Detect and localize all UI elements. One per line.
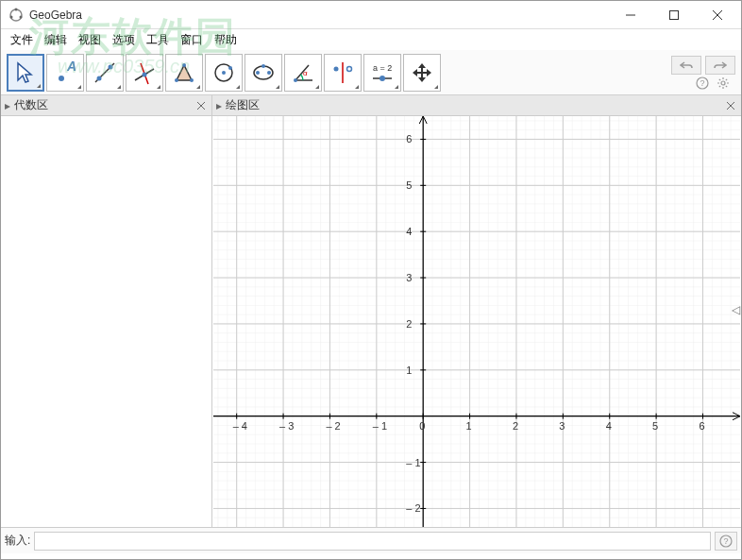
tool-move-view[interactable] (403, 54, 441, 92)
tool-ellipse[interactable] (245, 54, 282, 92)
tool-polygon[interactable] (165, 54, 203, 92)
menu-file[interactable]: 文件 (5, 30, 39, 50)
minimize-button[interactable] (609, 1, 652, 29)
menu-options[interactable]: 选项 (107, 30, 141, 50)
coordinate-plane[interactable]: – 4– 3– 2– 10123456– 2– 1123456 (212, 116, 741, 527)
svg-text:6: 6 (406, 133, 412, 144)
svg-text:α: α (303, 69, 308, 77)
command-input[interactable] (34, 532, 711, 551)
svg-text:– 1: – 1 (406, 457, 420, 468)
svg-point-11 (97, 76, 102, 80)
maximize-button[interactable] (652, 1, 696, 29)
algebra-panel: ▸ 代数区 (1, 95, 212, 527)
window-buttons (609, 1, 739, 29)
triangle-right-icon: ▸ (5, 99, 10, 112)
menu-tools[interactable]: 工具 (141, 30, 175, 50)
svg-point-23 (256, 71, 260, 75)
svg-text:– 1: – 1 (373, 420, 387, 432)
input-label: 输入: (5, 533, 30, 549)
svg-point-25 (261, 64, 265, 68)
svg-text:3: 3 (406, 272, 412, 283)
svg-text:4: 4 (406, 226, 412, 237)
svg-text:3: 3 (559, 420, 565, 432)
tool-perpendicular[interactable] (126, 54, 163, 92)
side-expand-handle[interactable]: ◁ (732, 303, 741, 320)
svg-text:5: 5 (406, 179, 412, 191)
graph-close-icon[interactable] (724, 99, 737, 112)
svg-point-17 (190, 78, 194, 82)
svg-point-38 (721, 81, 725, 85)
toolbar-right: ? (671, 56, 735, 90)
menu-view[interactable]: 视图 (73, 30, 107, 50)
tool-line[interactable] (86, 54, 124, 92)
gear-icon[interactable] (717, 76, 730, 90)
svg-point-16 (175, 78, 178, 82)
svg-text:2: 2 (406, 318, 412, 330)
graph-body[interactable]: – 4– 3– 2– 10123456– 2– 1123456 (212, 116, 741, 527)
graph-header[interactable]: ▸ 绘图区 (212, 95, 741, 116)
inputbar: 输入: ? (1, 527, 741, 553)
svg-point-2 (20, 15, 23, 18)
toolbar: A α a = 2 ? (1, 50, 741, 95)
svg-point-31 (334, 66, 339, 71)
tool-point[interactable]: A (46, 54, 84, 92)
svg-text:1: 1 (406, 365, 412, 376)
svg-text:1: 1 (466, 420, 472, 432)
menu-window[interactable]: 窗口 (175, 30, 209, 50)
help-icon[interactable]: ? (696, 76, 709, 90)
svg-point-32 (347, 66, 352, 71)
tool-reflect[interactable] (324, 54, 362, 92)
svg-text:– 2: – 2 (406, 502, 420, 514)
svg-point-3 (10, 15, 13, 18)
triangle-right-icon: ▸ (216, 99, 222, 112)
svg-point-12 (109, 64, 113, 69)
svg-text:4: 4 (606, 420, 612, 432)
svg-text:a = 2: a = 2 (373, 63, 392, 73)
svg-rect-5 (670, 10, 679, 19)
input-help-icon[interactable]: ? (715, 532, 737, 551)
algebra-header[interactable]: ▸ 代数区 (1, 95, 211, 116)
svg-point-8 (59, 76, 64, 81)
titlebar: GeoGebra (1, 1, 741, 29)
svg-text:A: A (66, 59, 76, 74)
svg-point-24 (267, 71, 271, 75)
algebra-body[interactable] (1, 116, 211, 527)
svg-text:5: 5 (652, 420, 658, 432)
svg-text:– 4: – 4 (233, 420, 247, 432)
svg-text:– 3: – 3 (279, 420, 294, 432)
svg-point-35 (379, 76, 385, 81)
svg-point-15 (143, 72, 147, 76)
svg-text:0: 0 (419, 420, 425, 432)
svg-text:6: 6 (699, 420, 704, 432)
app-icon (8, 8, 24, 23)
svg-point-28 (294, 78, 297, 82)
menu-help[interactable]: 帮助 (209, 30, 243, 50)
svg-point-18 (182, 63, 186, 67)
tool-circle[interactable] (205, 54, 243, 92)
window-title: GeoGebra (29, 8, 609, 22)
svg-point-20 (222, 71, 226, 75)
menubar: 文件 编辑 视图 选项 工具 窗口 帮助 (1, 29, 741, 50)
tool-angle[interactable]: α (284, 54, 322, 92)
algebra-close-icon[interactable] (194, 99, 208, 112)
svg-text:2: 2 (513, 420, 518, 432)
menu-edit[interactable]: 编辑 (39, 30, 73, 50)
graph-title: 绘图区 (226, 97, 260, 113)
svg-text:?: ? (700, 78, 705, 88)
workspace: ▸ 代数区 ▸ 绘图区 – 4– 3– 2– 10123456– 2– 1123… (1, 95, 741, 527)
graph-panel: ▸ 绘图区 – 4– 3– 2– 10123456– 2– 1123456 ◁ (212, 95, 741, 527)
algebra-title: 代数区 (14, 97, 48, 113)
undo-button[interactable] (671, 56, 701, 75)
close-button[interactable] (696, 1, 739, 29)
svg-text:?: ? (724, 536, 729, 546)
tool-slider[interactable]: a = 2 (363, 54, 401, 92)
svg-text:– 2: – 2 (326, 420, 340, 432)
svg-point-1 (15, 8, 18, 10)
redo-button[interactable] (705, 56, 735, 75)
tool-move[interactable] (7, 54, 44, 92)
svg-point-0 (10, 9, 22, 21)
svg-point-21 (228, 66, 232, 70)
